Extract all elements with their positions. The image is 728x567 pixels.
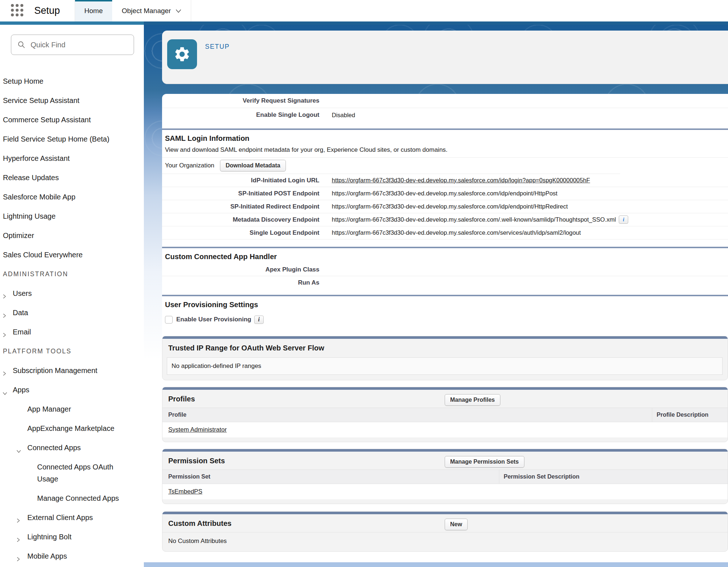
sidebar-item[interactable]: Apps <box>0 384 144 396</box>
chevron-right-icon <box>2 291 7 303</box>
handler-rows: Apex Plugin Class Run As <box>162 263 728 289</box>
page-header-card: SETUP <box>162 31 728 84</box>
field-label: Run As <box>162 279 319 286</box>
setting-row: Run As <box>162 276 728 289</box>
table-row: TsEmbedPS <box>162 484 728 499</box>
bottom-scroll-band[interactable] <box>144 562 728 567</box>
sidebar-item-label: Apps <box>13 386 29 394</box>
field-label: SP-Initiated Redirect Endpoint <box>162 203 319 210</box>
sidebar-item[interactable]: Email <box>0 326 144 338</box>
setting-row: Verify Request Signatures <box>162 94 728 108</box>
sidebar-item[interactable]: Users <box>0 288 144 300</box>
sidebar-item[interactable]: Sales Cloud Everywhere <box>0 249 144 261</box>
setting-row: Apex Plugin Class <box>162 263 728 276</box>
sidebar-item[interactable]: Lightning Usage <box>0 210 144 222</box>
tab-home[interactable]: Home <box>75 0 113 21</box>
field-value: Disabled <box>332 112 355 119</box>
sidebar-item[interactable]: Salesforce Mobile App <box>0 191 144 203</box>
sidebar-item[interactable]: Manage Connected Apps <box>0 492 144 504</box>
chevron-right-icon <box>2 329 7 341</box>
handler-section-title: Custom Connected App Handler <box>165 253 728 261</box>
info-icon[interactable]: i <box>619 215 628 224</box>
endpoint-url[interactable]: https://orgfarm-667c3f3d30-dev-ed.develo… <box>332 203 568 210</box>
sidebar-item[interactable]: App Manager <box>0 403 144 415</box>
sidebar-item-label: Data <box>13 309 28 317</box>
sidebar-item[interactable]: External Client Apps <box>0 512 144 524</box>
field-label: Verify Request Signatures <box>162 97 319 104</box>
sidebar-item[interactable]: Setup Home <box>0 75 144 87</box>
card-top-accent <box>162 512 728 514</box>
sidebar-item-label: Users <box>13 289 32 297</box>
chevron-down-icon <box>176 9 181 13</box>
sidebar-item-label: Subscription Management <box>13 366 97 374</box>
app-launcher-icon[interactable] <box>11 4 25 18</box>
endpoint-url[interactable]: https://orgfarm-667c3f3d30-dev-ed.develo… <box>332 190 558 197</box>
permission-sets-card: Permission Sets Manage Permission Sets P… <box>162 449 728 504</box>
download-metadata-button[interactable]: Download Metadata <box>220 160 286 171</box>
record-link[interactable]: TsEmbedPS <box>162 488 499 495</box>
your-organization-row: Your Organization Download Metadata <box>165 158 728 174</box>
profiles-table-header: Profile Profile Description <box>162 408 728 422</box>
sidebar-item[interactable]: AppExchange Marketplace <box>0 423 144 435</box>
permission-sets-table-rows: TsEmbedPS <box>162 484 728 499</box>
card-top-accent <box>162 336 728 339</box>
info-icon[interactable]: i <box>254 316 264 324</box>
trusted-ip-empty-box: No application-defined IP ranges <box>167 357 723 375</box>
profiles-card: Profiles Manage Profiles Profile Profile… <box>162 387 728 442</box>
sidebar-item[interactable]: Hyperforce Assistant <box>0 152 144 164</box>
sidebar-item-label: Commerce Setup Assistant <box>3 116 91 124</box>
endpoint-url[interactable]: https://orgfarm-667c3f3d30-dev-ed.develo… <box>332 177 590 184</box>
sidebar-section-header: PLATFORM TOOLS <box>0 345 144 357</box>
column-header: Profile <box>162 408 652 422</box>
quick-find-input[interactable] <box>30 40 134 49</box>
column-header: Permission Set Description <box>499 473 579 480</box>
sidebar-item[interactable]: Connected Apps OAuth Usage <box>0 461 144 485</box>
field-label: Enable Single Logout <box>162 111 319 119</box>
endpoint-url[interactable]: https://orgfarm-667c3f3d30-dev-ed.develo… <box>332 229 581 236</box>
table-row: System Administrator <box>162 422 728 437</box>
saml-endpoint-row: SP-Initiated POST Endpoint https://orgfa… <box>162 187 728 200</box>
trusted-ip-card: Trusted IP Range for OAuth Web Server Fl… <box>162 336 728 380</box>
record-link[interactable]: System Administrator <box>162 426 652 433</box>
enable-user-provisioning-checkbox[interactable] <box>165 316 173 324</box>
sidebar-item[interactable]: Commerce Setup Assistant <box>0 114 144 126</box>
setting-row: Enable Single Logout Disabled <box>162 108 728 122</box>
manage-profiles-button[interactable]: Manage Profiles <box>445 394 500 406</box>
chevron-right-icon <box>0 391 11 396</box>
sidebar-item-label: Release Updates <box>3 174 59 182</box>
sidebar-item-label: AppExchange Marketplace <box>27 424 114 432</box>
saml-section-title: SAML Login Information <box>165 134 728 143</box>
sidebar-item[interactable]: Service Setup Assistant <box>0 95 144 107</box>
sidebar-item[interactable]: Lightning Bolt <box>0 531 144 543</box>
sidebar-item-label: Salesforce Mobile App <box>3 193 75 201</box>
setup-content: SETUP Verify Request Signatures Enable S… <box>144 25 728 567</box>
field-label: IdP-Initiated Login URL <box>162 177 319 184</box>
settings-panel: Verify Request Signatures Enable Single … <box>162 94 728 562</box>
manage-permission-sets-button[interactable]: Manage Permission Sets <box>445 456 524 468</box>
tab-object-manager[interactable]: Object Manager <box>112 0 191 21</box>
sidebar-item[interactable]: Mobile Apps <box>0 550 144 562</box>
column-header: Profile Description <box>652 412 708 418</box>
new-custom-attribute-button[interactable]: New <box>445 519 468 530</box>
sidebar-item-label: Manage Connected Apps <box>37 492 119 504</box>
chevron-right-icon <box>16 515 21 527</box>
section-divider <box>162 128 728 130</box>
saml-endpoint-row: Single Logout Endpoint https://orgfarm-6… <box>162 226 728 239</box>
sidebar-item[interactable]: Connected Apps <box>0 442 144 454</box>
sidebar-item[interactable]: Data <box>0 307 144 319</box>
salesforce-setup-screen: Setup Home Object Manager <box>0 0 728 567</box>
sidebar-item-label: PLATFORM TOOLS <box>3 348 71 355</box>
endpoint-url[interactable]: https://orgfarm-667c3f3d30-dev-ed.develo… <box>332 216 616 223</box>
sidebar-section-header: ADMINISTRATION <box>0 268 144 280</box>
sidebar-item[interactable]: Subscription Management <box>0 365 144 377</box>
sidebar-item[interactable]: Release Updates <box>0 172 144 184</box>
header-accent-strip <box>0 21 728 25</box>
sidebar-item-label: Email <box>13 328 31 336</box>
sidebar-item-label: Lightning Usage <box>3 212 56 220</box>
chevron-right-icon <box>12 449 24 454</box>
saml-endpoint-table: IdP-Initiated Login URL https://orgfarm-… <box>162 174 728 239</box>
quick-find-box[interactable] <box>11 35 134 55</box>
sidebar-item[interactable]: Optimizer <box>0 230 144 242</box>
sidebar-item[interactable]: Field Service Setup Home (Beta) <box>0 133 144 145</box>
trusted-ip-title: Trusted IP Range for OAuth Web Server Fl… <box>162 339 728 357</box>
